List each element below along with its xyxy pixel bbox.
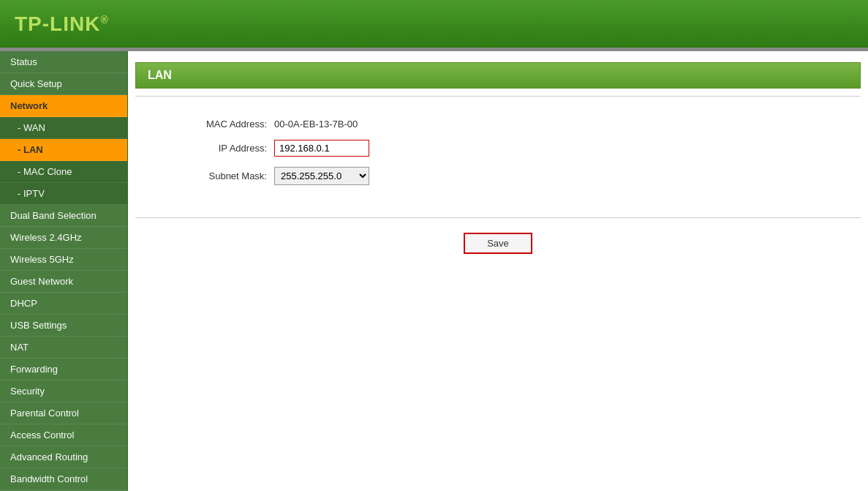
ip-address-input[interactable] xyxy=(274,140,369,157)
logo-text: TP-LINK xyxy=(15,12,100,35)
header: TP-LINK® xyxy=(0,0,868,48)
sidebar-item-access-control[interactable]: Access Control xyxy=(0,424,127,446)
main-layout: StatusQuick SetupNetwork- WAN- LAN- MAC … xyxy=(0,51,868,491)
subnet-mask-label: Subnet Mask: xyxy=(150,170,267,181)
sidebar-item-wireless-24[interactable]: Wireless 2.4GHz xyxy=(0,227,127,249)
save-button-row: Save xyxy=(128,233,868,254)
sidebar-item-bandwidth-control[interactable]: Bandwidth Control xyxy=(0,468,127,490)
sidebar-item-guest-network[interactable]: Guest Network xyxy=(0,271,127,293)
sidebar-item-status[interactable]: Status xyxy=(0,51,127,73)
content-area: LAN MAC Address: 00-0A-EB-13-7B-00 IP Ad… xyxy=(128,51,868,491)
lan-form: MAC Address: 00-0A-EB-13-7B-00 IP Addres… xyxy=(128,104,868,210)
sidebar-item-forwarding[interactable]: Forwarding xyxy=(0,359,127,381)
sidebar: StatusQuick SetupNetwork- WAN- LAN- MAC … xyxy=(0,51,128,491)
sidebar-item-iptv[interactable]: - IPTV xyxy=(0,183,127,205)
sidebar-item-wireless-5[interactable]: Wireless 5GHz xyxy=(0,249,127,271)
sidebar-item-lan[interactable]: - LAN xyxy=(0,139,127,161)
sidebar-item-quick-setup[interactable]: Quick Setup xyxy=(0,73,127,95)
sidebar-item-usb-settings[interactable]: USB Settings xyxy=(0,315,127,337)
save-button[interactable]: Save xyxy=(464,233,532,254)
bottom-divider xyxy=(135,217,861,218)
sidebar-item-dhcp[interactable]: DHCP xyxy=(0,293,127,315)
mac-address-row: MAC Address: 00-0A-EB-13-7B-00 xyxy=(135,119,861,130)
sidebar-item-parental-control[interactable]: Parental Control xyxy=(0,402,127,424)
sidebar-item-wan[interactable]: - WAN xyxy=(0,117,127,139)
logo: TP-LINK® xyxy=(15,12,109,36)
top-divider xyxy=(135,96,861,97)
sidebar-item-nat[interactable]: NAT xyxy=(0,337,127,359)
sidebar-item-advanced-routing[interactable]: Advanced Routing xyxy=(0,446,127,468)
ip-address-row: IP Address: xyxy=(135,140,861,157)
mac-address-label: MAC Address: xyxy=(150,119,267,130)
sidebar-item-network[interactable]: Network xyxy=(0,95,127,117)
ip-address-label: IP Address: xyxy=(150,143,267,154)
subnet-mask-row: Subnet Mask: 255.255.255.0255.255.0.0255… xyxy=(135,167,861,185)
page-title: LAN xyxy=(135,62,861,89)
subnet-mask-select[interactable]: 255.255.255.0255.255.0.0255.0.0.0 xyxy=(274,167,369,185)
sidebar-item-mac-clone[interactable]: - MAC Clone xyxy=(0,161,127,183)
sidebar-item-dual-band[interactable]: Dual Band Selection xyxy=(0,205,127,227)
mac-address-value: 00-0A-EB-13-7B-00 xyxy=(274,119,358,130)
logo-tm: ® xyxy=(100,13,108,25)
sidebar-item-security[interactable]: Security xyxy=(0,381,127,402)
